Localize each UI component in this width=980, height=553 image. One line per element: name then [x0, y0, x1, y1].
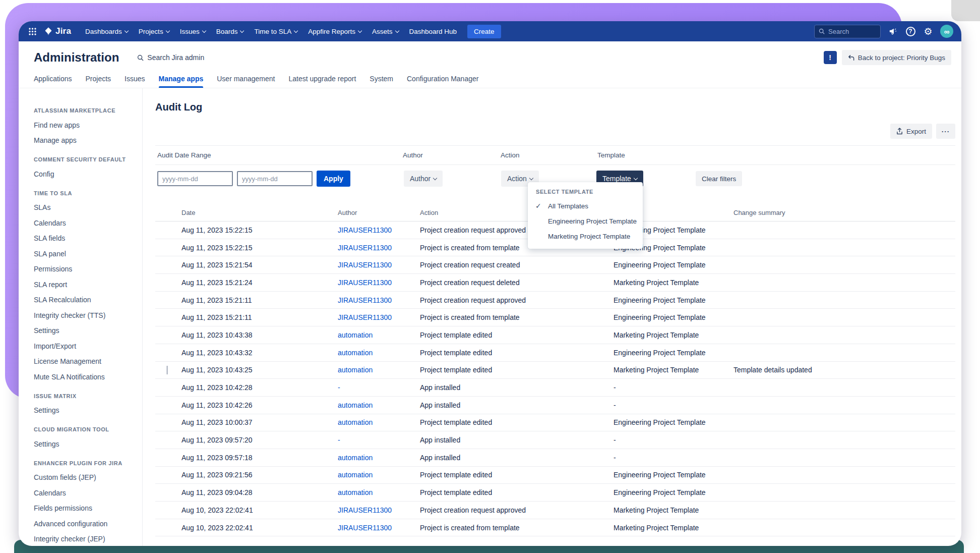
- action-filter-label: Action: [507, 175, 527, 183]
- table-row[interactable]: Aug 10, 2023 22:02:41 JIRAUSER11300 Proj…: [155, 519, 955, 537]
- cell-author-link[interactable]: automation: [338, 401, 420, 409]
- cell-author-link[interactable]: JIRAUSER11300: [338, 279, 420, 287]
- settings-gear-icon[interactable]: [923, 26, 934, 37]
- sidebar-item[interactable]: SLA report: [34, 281, 135, 289]
- cell-author-link[interactable]: automation: [338, 471, 420, 479]
- admin-tab[interactable]: Manage apps: [159, 70, 204, 88]
- admin-search[interactable]: Search Jira admin: [137, 53, 204, 62]
- admin-tab[interactable]: Issues: [125, 70, 145, 88]
- table-row[interactable]: Aug 10, 2023 22:02:41 JIRAUSER11300 Proj…: [155, 502, 955, 519]
- cell-author-link[interactable]: JIRAUSER11300: [338, 226, 420, 234]
- admin-tab[interactable]: Configuration Manager: [407, 70, 478, 88]
- sidebar-item[interactable]: SLA fields: [34, 234, 135, 242]
- cell-author-link[interactable]: automation: [338, 418, 420, 426]
- cell-author-link[interactable]: JIRAUSER11300: [338, 244, 420, 252]
- table-row[interactable]: Aug 11, 2023 10:43:25 automation Project…: [155, 362, 955, 379]
- cell-author-link[interactable]: JIRAUSER11300: [338, 313, 420, 321]
- clear-filters-button[interactable]: Clear filters: [696, 171, 742, 186]
- expand-chevron-icon[interactable]: [167, 366, 167, 374]
- navbar-menu-item[interactable]: Dashboards: [85, 28, 128, 35]
- sidebar-item[interactable]: Settings: [34, 406, 135, 414]
- help-icon[interactable]: [905, 26, 916, 37]
- date-to-input[interactable]: [237, 171, 313, 186]
- table-row[interactable]: Aug 11, 2023 09:57:18 automation App ins…: [155, 449, 955, 467]
- navbar-menu-item[interactable]: Appfire Reports: [308, 28, 361, 35]
- cell-author-link[interactable]: -: [338, 436, 420, 444]
- navbar-menu-item[interactable]: Projects: [139, 28, 169, 35]
- sidebar-item[interactable]: Calendars: [34, 219, 135, 227]
- cell-author-link[interactable]: JIRAUSER11300: [338, 506, 420, 514]
- cell-author-link[interactable]: automation: [338, 331, 420, 339]
- cell-author-link[interactable]: JIRAUSER11300: [338, 524, 420, 532]
- sidebar-item[interactable]: License Management: [34, 357, 135, 365]
- navbar-menu-item[interactable]: Boards: [216, 28, 244, 35]
- sidebar-section-heading: CLOUD MIGRATION TOOL: [34, 426, 135, 432]
- sidebar-item[interactable]: Calendars: [34, 489, 135, 497]
- admin-tab[interactable]: Projects: [86, 70, 111, 88]
- template-dropdown-option[interactable]: Engineering Project Template: [528, 213, 643, 229]
- back-to-project-button[interactable]: Back to project: Priority Bugs: [842, 50, 951, 65]
- apply-button[interactable]: Apply: [317, 171, 350, 187]
- admin-tab[interactable]: User management: [217, 70, 275, 88]
- table-row[interactable]: Aug 11, 2023 09:57:20 - App installed -: [155, 431, 955, 449]
- template-dropdown-option[interactable]: All Templates: [528, 198, 643, 213]
- sidebar-item[interactable]: Find new apps: [34, 121, 135, 129]
- top-navbar: Jira Dashboards Projects Issues: [19, 21, 961, 41]
- cell-author-link[interactable]: JIRAUSER11300: [338, 261, 420, 269]
- table-row[interactable]: Aug 11, 2023 15:21:11 JIRAUSER11300 Proj…: [155, 292, 955, 309]
- template-dropdown-option[interactable]: Marketing Project Template: [528, 229, 643, 244]
- table-row[interactable]: Aug 11, 2023 15:21:24 JIRAUSER11300 Proj…: [155, 274, 955, 292]
- table-row[interactable]: Aug 11, 2023 10:43:32 automation Project…: [155, 344, 955, 362]
- navbar-menu-item[interactable]: Issues: [180, 28, 206, 35]
- navbar-menu-item[interactable]: Assets: [372, 28, 399, 35]
- table-row[interactable]: Aug 11, 2023 15:21:54 JIRAUSER11300 Proj…: [155, 256, 955, 274]
- admin-tab[interactable]: System: [370, 70, 393, 88]
- sidebar-section-items: Find new apps Manage apps: [34, 121, 135, 145]
- author-filter-dropdown[interactable]: Author: [404, 171, 443, 187]
- cell-author-link[interactable]: -: [338, 383, 420, 392]
- more-actions-button[interactable]: ···: [936, 124, 955, 139]
- sidebar-item[interactable]: Config: [34, 170, 135, 178]
- navbar-menu-item[interactable]: Dashboard Hub: [409, 28, 457, 35]
- sidebar-item[interactable]: Integrity checker (TTS): [34, 311, 135, 319]
- feedback-icon[interactable]: [824, 51, 837, 64]
- megaphone-icon[interactable]: [887, 26, 898, 37]
- sidebar-item[interactable]: Permissions: [34, 265, 135, 273]
- date-from-input[interactable]: [157, 171, 233, 186]
- admin-tab[interactable]: Applications: [34, 70, 72, 88]
- export-button[interactable]: Export: [890, 124, 932, 139]
- sidebar-item[interactable]: Mute SLA Notifications: [34, 373, 135, 381]
- cell-author-link[interactable]: automation: [338, 366, 420, 374]
- sidebar-item[interactable]: SLA Recalculation: [34, 296, 135, 304]
- app-switcher-grid-icon[interactable]: [26, 25, 39, 38]
- create-button[interactable]: Create: [467, 25, 501, 38]
- table-row[interactable]: Aug 11, 2023 10:00:37 automation Project…: [155, 414, 955, 432]
- cell-author-link[interactable]: automation: [338, 488, 420, 496]
- sidebar-item[interactable]: Fields permissions: [34, 504, 135, 512]
- sidebar-item[interactable]: Custom fields (JEP): [34, 473, 135, 481]
- sidebar-item[interactable]: Import/Export: [34, 342, 135, 350]
- cell-author-link[interactable]: JIRAUSER11300: [338, 296, 420, 304]
- jira-logo[interactable]: Jira: [44, 26, 71, 36]
- table-row[interactable]: Aug 11, 2023 15:21:11 JIRAUSER11300 Proj…: [155, 309, 955, 326]
- sidebar-item[interactable]: Integrity checker (JEP): [34, 535, 135, 543]
- navbar-menu-item[interactable]: Time to SLA: [254, 28, 297, 35]
- cell-author-link[interactable]: automation: [338, 454, 420, 462]
- table-row[interactable]: Aug 11, 2023 09:21:56 automation Project…: [155, 467, 955, 484]
- clear-filters-label: Clear filters: [702, 175, 736, 183]
- sidebar-item[interactable]: SLAs: [34, 203, 135, 211]
- navbar-menu-item-label: Time to SLA: [254, 28, 291, 35]
- user-avatar[interactable]: [940, 25, 953, 38]
- table-row[interactable]: Aug 11, 2023 09:04:28 automation Project…: [155, 484, 955, 502]
- sidebar-item[interactable]: Settings: [34, 326, 135, 335]
- navbar-search-input[interactable]: Search: [814, 25, 881, 38]
- sidebar-item[interactable]: Advanced configuration: [34, 520, 135, 528]
- table-row[interactable]: Aug 11, 2023 10:43:38 automation Project…: [155, 326, 955, 344]
- sidebar-item[interactable]: Manage apps: [34, 136, 135, 144]
- cell-author-link[interactable]: automation: [338, 349, 420, 357]
- table-row[interactable]: Aug 11, 2023 10:42:28 - App installed -: [155, 379, 955, 397]
- admin-tab[interactable]: Latest upgrade report: [288, 70, 356, 88]
- sidebar-item[interactable]: SLA panel: [34, 250, 135, 258]
- sidebar-item[interactable]: Settings: [34, 440, 135, 448]
- table-row[interactable]: Aug 11, 2023 10:42:26 automation App ins…: [155, 397, 955, 414]
